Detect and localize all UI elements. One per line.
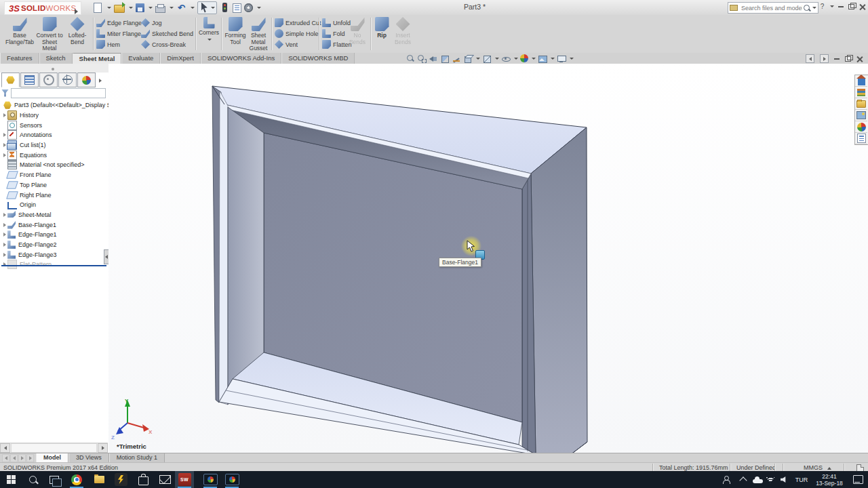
last-sheet-icon[interactable] <box>26 454 34 462</box>
task-pane-design-library[interactable] <box>855 87 867 98</box>
options-gear-icon[interactable] <box>244 3 253 12</box>
open-dropdown-icon[interactable] <box>129 7 133 9</box>
panel-horizontal-scrollbar[interactable] <box>0 443 108 453</box>
store-button[interactable] <box>134 471 153 488</box>
tree-item-equations[interactable]: Equations <box>0 150 108 160</box>
appearance-dropdown-icon[interactable] <box>532 58 536 60</box>
panel-tabs-overflow-icon[interactable] <box>96 74 104 87</box>
sheet-metal-model[interactable] <box>108 64 868 453</box>
tab-model[interactable]: Model <box>36 453 68 463</box>
view-orientation-dropdown-icon[interactable] <box>476 58 480 60</box>
save-dropdown-icon[interactable] <box>149 7 153 9</box>
minimize-button[interactable] <box>836 2 845 11</box>
globe-app-2-button[interactable] <box>222 471 241 488</box>
tab-3d-views[interactable]: 3D Views <box>68 453 109 463</box>
view-settings-dropdown-icon[interactable] <box>570 58 574 60</box>
tab-features[interactable]: Features <box>0 53 39 64</box>
tree-item-cut-list[interactable]: Cut list(1) <box>0 140 108 150</box>
tree-item-edge-flange2[interactable]: Edge-Flange2 <box>0 240 108 250</box>
edge-flange-button[interactable]: Edge Flange <box>96 18 142 27</box>
solidworks-taskbar-button[interactable]: SW <box>175 471 194 488</box>
convert-to-sheet-metal-button[interactable]: Convert to Sheet Metal <box>35 17 64 52</box>
tree-item-sheet-metal[interactable]: Sheet-Metal <box>0 210 108 220</box>
stoplight-icon[interactable] <box>222 3 227 12</box>
extruded-cut-button[interactable]: Extruded Cut <box>275 18 321 27</box>
measure-icon[interactable] <box>452 54 461 63</box>
cross-break-button[interactable]: Cross-Break <box>141 40 193 49</box>
base-flange-button[interactable]: Base Flange/Tab <box>4 17 35 45</box>
model-right-face[interactable] <box>531 127 587 453</box>
tree-item-top-plane[interactable]: Top Plane <box>0 180 108 190</box>
start-button[interactable] <box>1 471 20 488</box>
displaymanager-tab[interactable] <box>77 73 96 87</box>
tree-item-annotations[interactable]: Annotations <box>0 130 108 140</box>
graphics-viewport[interactable]: Base-Flange1 Y X Z *Trimetric <box>108 64 868 453</box>
volume-button[interactable] <box>777 471 792 488</box>
file-properties-icon[interactable] <box>233 3 241 13</box>
onedrive-button[interactable] <box>750 471 765 488</box>
print-dropdown-icon[interactable] <box>170 7 174 9</box>
tab-motion-study-1[interactable]: Motion Study 1 <box>109 453 165 463</box>
task-pane-appearances[interactable] <box>855 121 867 133</box>
tree-item-front-plane[interactable]: Front Plane <box>0 170 108 180</box>
apply-scene-icon[interactable] <box>538 54 547 63</box>
print-icon[interactable] <box>155 6 165 13</box>
task-pane-custom-properties[interactable] <box>855 133 867 144</box>
panel-collapse-dot[interactable] <box>52 68 54 70</box>
action-center-button[interactable] <box>849 471 867 488</box>
tab-dimxpert[interactable]: DimXpert <box>160 53 201 64</box>
hide-show-dropdown-icon[interactable] <box>514 58 518 60</box>
expand-icon[interactable] <box>3 153 6 157</box>
file-explorer-button[interactable] <box>90 471 108 488</box>
units-dropdown-icon[interactable] <box>827 464 831 471</box>
first-sheet-icon[interactable] <box>2 454 9 462</box>
save-icon[interactable] <box>136 3 144 12</box>
expand-icon[interactable] <box>3 223 6 227</box>
scroll-right-icon[interactable] <box>98 443 108 453</box>
task-view-button[interactable] <box>45 471 64 488</box>
tab-solidworks-mbd[interactable]: SOLIDWORKS MBD <box>281 53 355 64</box>
expand-icon[interactable] <box>3 113 6 117</box>
help-button[interactable]: ? <box>818 2 827 11</box>
tree-item-edge-flange3[interactable]: Edge-Flange3 <box>0 249 108 260</box>
tree-item-history[interactable]: History <box>0 110 108 121</box>
expand-icon[interactable] <box>3 213 6 217</box>
open-icon[interactable] <box>114 5 125 13</box>
model-left-lip[interactable] <box>219 91 228 405</box>
dimxpertmanager-tab[interactable] <box>58 73 77 87</box>
task-pane-home[interactable] <box>855 75 867 87</box>
chrome-button[interactable] <box>67 471 86 488</box>
task-pane-view-palette[interactable] <box>855 110 867 121</box>
options-dropdown-icon[interactable] <box>257 7 261 9</box>
task-pane-file-explorer[interactable] <box>855 98 867 110</box>
scroll-track[interactable] <box>11 443 97 453</box>
rollback-bar[interactable] <box>1 265 106 266</box>
tree-item-base-flange1[interactable]: Base-Flange1 <box>0 220 108 230</box>
next-sheet-icon[interactable] <box>18 454 26 462</box>
close-button[interactable] <box>858 2 867 11</box>
lightning-app-button[interactable] <box>111 471 130 488</box>
corners-dropdown-icon[interactable] <box>208 39 212 41</box>
search-box[interactable] <box>728 2 818 14</box>
forming-tool-button[interactable]: Forming Tool <box>224 17 247 45</box>
tab-sheet-metal[interactable]: Sheet Metal <box>73 53 122 64</box>
doc-restore-icon[interactable] <box>845 56 851 62</box>
configurationmanager-tab[interactable] <box>39 73 58 87</box>
doc-close-icon[interactable] <box>856 56 863 62</box>
tree-root-part[interactable]: Part3 (Default<<Default>_Display State <box>0 100 108 110</box>
display-style-icon[interactable] <box>482 54 492 63</box>
clock-button[interactable]: 22:4113-Sep-18 <box>811 471 848 488</box>
language-button[interactable]: TUR <box>792 471 811 488</box>
miter-flange-button[interactable]: Miter Flange <box>96 29 142 38</box>
vent-button[interactable]: Vent <box>275 40 321 49</box>
globe-app-1-button[interactable] <box>201 471 220 488</box>
network-button[interactable] <box>764 471 777 488</box>
view-orientation-icon[interactable] <box>463 54 473 63</box>
tree-item-edge-flange1[interactable]: Edge-Flange1 <box>0 230 108 240</box>
tab-solidworks-add-ins[interactable]: SOLIDWORKS Add-Ins <box>201 53 281 64</box>
doc-forward-button[interactable] <box>820 54 829 63</box>
previous-view-icon[interactable] <box>429 54 438 63</box>
tree-filter-input[interactable] <box>11 88 106 98</box>
prev-sheet-icon[interactable] <box>10 454 18 462</box>
hide-show-items-icon[interactable] <box>501 54 511 63</box>
